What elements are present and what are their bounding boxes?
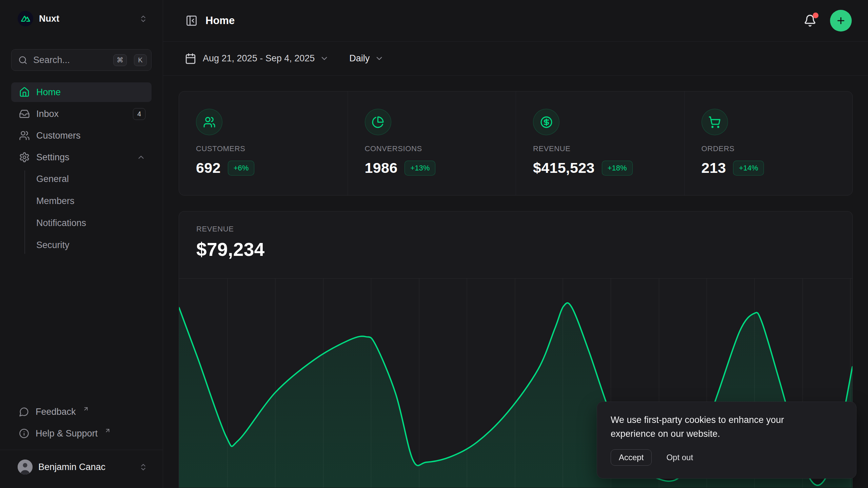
revenue-chart-label: REVENUE	[196, 225, 835, 233]
stat-label: ORDERS	[702, 144, 836, 153]
sidebar-item-home[interactable]: Home	[11, 82, 152, 102]
main-header: Home	[163, 0, 868, 42]
sidebar-nav: Home Inbox 4 Customers Settings General …	[11, 82, 152, 259]
nuxt-logo	[18, 11, 33, 26]
sidebar-item-notifications[interactable]: Notifications	[36, 213, 152, 233]
shopping-cart-icon	[702, 109, 728, 135]
info-circle-icon	[19, 428, 29, 439]
sidebar-item-general[interactable]: General	[36, 169, 152, 189]
external-link-icon	[104, 427, 111, 434]
sidebar-item-label: Customers	[36, 130, 145, 141]
stat-customers: CUSTOMERS 692 +6%	[179, 92, 348, 195]
stat-delta-badge: +18%	[602, 161, 633, 176]
message-bubble-icon	[19, 407, 29, 417]
user-name: Benjamin Canac	[38, 462, 133, 472]
revenue-chart-total: $79,234	[196, 239, 835, 260]
search-input[interactable]: Search... ⌘ K	[11, 49, 152, 71]
stat-conversions: CONVERSIONS 1986 +13%	[348, 92, 516, 195]
stat-value: 213	[702, 160, 726, 176]
sidebar-item-label: Inbox	[36, 109, 126, 119]
sub-item-label: Security	[36, 240, 70, 250]
avatar	[18, 460, 33, 474]
stat-revenue: REVENUE $415,523 +18%	[516, 92, 684, 195]
calendar-icon	[185, 53, 196, 64]
add-button[interactable]	[830, 10, 852, 32]
users-icon	[196, 109, 222, 135]
date-range-value: Aug 21, 2025 - Sep 4, 2025	[203, 53, 315, 64]
chevron-down-icon	[320, 54, 329, 63]
sidebar-item-settings[interactable]: Settings	[11, 147, 152, 167]
inbox-count-badge: 4	[133, 108, 145, 120]
sidebar-item-label: Settings	[36, 152, 130, 163]
panel-left-close-icon	[185, 15, 198, 27]
feedback-link[interactable]: Feedback	[11, 401, 152, 423]
feedback-label: Feedback	[36, 407, 76, 417]
stat-value: 692	[196, 160, 221, 176]
user-menu[interactable]: Benjamin Canac	[11, 451, 152, 483]
chevrons-up-down-icon	[139, 15, 147, 23]
revenue-chart-header: REVENUE $79,234	[179, 211, 852, 260]
sub-item-label: Notifications	[36, 218, 86, 228]
search-placeholder: Search...	[33, 55, 106, 65]
sub-item-label: Members	[36, 196, 75, 206]
notifications-button[interactable]	[802, 13, 818, 28]
chevron-up-icon	[137, 153, 145, 162]
stat-label: CUSTOMERS	[196, 144, 331, 153]
date-range-picker[interactable]: Aug 21, 2025 - Sep 4, 2025	[185, 53, 329, 64]
sidebar: Nuxt Search... ⌘ K Home Inbox 4 Customer…	[0, 0, 163, 488]
sidebar-divider	[0, 450, 163, 450]
kbd-k: K	[134, 54, 147, 66]
chevrons-up-down-icon	[139, 463, 147, 471]
stat-value: $415,523	[533, 160, 595, 176]
pie-chart-icon	[365, 109, 391, 135]
plus-icon	[836, 16, 846, 26]
stats-card-grid: CUSTOMERS 692 +6% CONVERSIONS 1986 +13%	[179, 91, 853, 196]
help-support-label: Help & Support	[36, 428, 98, 439]
stat-orders: ORDERS 213 +14%	[684, 92, 853, 195]
home-icon	[19, 87, 30, 98]
sidebar-collapse-button[interactable]	[185, 14, 198, 27]
subnav-guide-line	[24, 170, 25, 254]
gear-icon	[19, 152, 30, 163]
accept-button[interactable]: Accept	[611, 449, 652, 466]
sidebar-item-inbox[interactable]: Inbox 4	[11, 104, 152, 124]
sub-item-label: General	[36, 174, 69, 184]
team-switcher[interactable]: Nuxt	[11, 7, 152, 30]
users-icon	[19, 130, 30, 141]
cookie-consent-toast: We use first-party cookies to enhance yo…	[597, 402, 856, 479]
notification-dot	[813, 13, 818, 18]
dollar-circle-icon	[533, 109, 559, 135]
settings-subnav: General Members Notifications Security	[11, 169, 152, 257]
inbox-icon	[19, 108, 30, 119]
search-icon	[18, 56, 27, 65]
cookie-message: We use first-party cookies to enhance yo…	[611, 413, 812, 441]
stat-delta-badge: +13%	[405, 161, 435, 176]
granularity-select[interactable]: Daily	[349, 53, 384, 64]
filter-toolbar: Aug 21, 2025 - Sep 4, 2025 Daily	[163, 42, 868, 76]
stat-value: 1986	[365, 160, 398, 176]
kbd-meta: ⌘	[113, 54, 127, 66]
app-root: Nuxt Search... ⌘ K Home Inbox 4 Customer…	[0, 0, 868, 488]
cookie-actions: Accept Opt out	[611, 449, 843, 466]
sidebar-item-customers[interactable]: Customers	[11, 126, 152, 145]
sidebar-item-members[interactable]: Members	[36, 191, 152, 211]
external-link-icon	[83, 406, 89, 412]
chevron-down-icon	[375, 54, 384, 63]
page-title: Home	[205, 15, 235, 27]
sidebar-item-label: Home	[36, 87, 145, 98]
team-name: Nuxt	[39, 14, 133, 24]
opt-out-button[interactable]: Opt out	[666, 453, 693, 462]
help-support-link[interactable]: Help & Support	[11, 423, 152, 444]
stat-label: CONVERSIONS	[365, 144, 500, 153]
granularity-value: Daily	[349, 53, 370, 64]
stat-label: REVENUE	[533, 144, 668, 153]
stat-delta-badge: +14%	[733, 161, 764, 176]
sidebar-footer: Feedback Help & Support Benjamin Canac	[11, 401, 152, 483]
sidebar-item-security[interactable]: Security	[36, 235, 152, 255]
stat-delta-badge: +6%	[228, 161, 255, 176]
